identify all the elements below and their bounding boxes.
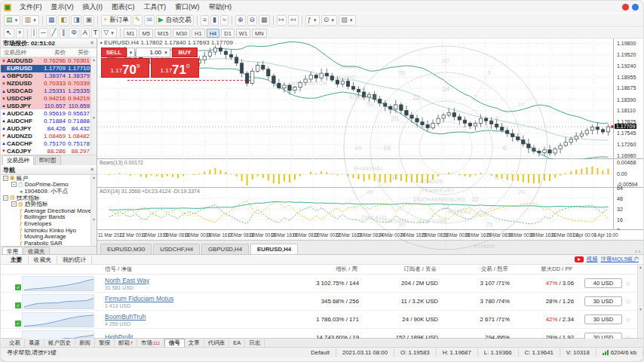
metaeditor-button[interactable]: ✎ xyxy=(133,15,143,26)
chart-tab-eurusd-m30[interactable]: EURUSD,M30 xyxy=(100,244,152,254)
market-watch-scrollbar[interactable]: ▲▼ xyxy=(90,57,97,155)
terminal-button[interactable]: ▣ xyxy=(83,15,94,26)
tree-item[interactable]: −▣账户 xyxy=(1,175,97,182)
vertical-line-button[interactable]: | xyxy=(31,28,37,38)
toolbox-tab-0[interactable]: 交易 xyxy=(5,339,25,347)
crosshair-button[interactable]: + xyxy=(16,28,24,38)
timeframe-m30[interactable]: M30 xyxy=(173,29,190,38)
autotrading-button[interactable]: ▶自动交易 xyxy=(156,15,194,26)
bar-chart-button[interactable]: ≡ xyxy=(201,15,209,26)
toolbox-tab-8[interactable]: 文章 xyxy=(185,339,204,347)
market-watch-tab-1[interactable]: 即时图 xyxy=(35,155,61,165)
tree-item[interactable]: ƒIchimoku Kinko Hyo xyxy=(1,227,97,234)
text-button[interactable]: A xyxy=(81,28,90,38)
signal-name-link[interactable]: North East Way xyxy=(105,277,276,284)
signals-scrollbar[interactable]: ▲▼ xyxy=(637,265,643,338)
fibonacci-button[interactable]: Φ xyxy=(69,28,78,38)
tree-item[interactable]: ●1904609: 小不点 xyxy=(1,188,97,195)
col-bid[interactable]: 卖价 xyxy=(38,49,66,57)
blue-community-icon[interactable] xyxy=(632,4,639,11)
toolbox-tab-11[interactable]: 日志 xyxy=(245,339,265,347)
line-chart-button[interactable]: ≈ xyxy=(220,15,228,26)
timeframe-d1[interactable]: D1 xyxy=(221,29,235,38)
timeframe-m15[interactable]: M15 xyxy=(155,29,172,38)
market-watch-row-audcad[interactable]: ▲AUDCAD0.956190.95637 xyxy=(1,109,97,117)
chart-tabs-scroll-icons[interactable]: ‹ › xyxy=(635,249,640,254)
chart-tab-usdchf-h4[interactable]: USDCHF,H4 xyxy=(153,244,200,254)
toolbox-tab-7[interactable]: 信号 xyxy=(164,339,185,347)
signal-row[interactable]: ✓BoomBuhTruh4 259 USD1 786.03% / 17124 /… xyxy=(1,311,643,329)
market-watch-tab-0[interactable]: 交易品种 xyxy=(2,155,34,165)
horizontal-line-button[interactable]: ─ xyxy=(38,28,48,38)
signals-tab-2[interactable]: 我的统计 xyxy=(57,256,92,264)
label-button[interactable]: T xyxy=(91,28,100,38)
navigator-scrollbar[interactable]: ▲▼ xyxy=(90,175,97,246)
market-watch-row-usdchf[interactable]: ▼USDCHF0.942160.94219 xyxy=(1,95,97,103)
signal-price-button[interactable]: 30 USD xyxy=(584,314,622,324)
adx-lines-chart[interactable] xyxy=(97,188,615,230)
profiles-button[interactable]: ▥▼ xyxy=(22,15,38,26)
shapes-button[interactable]: ▽▼ xyxy=(101,28,117,38)
timeframe-h4[interactable]: H4 xyxy=(207,29,220,38)
toolbox-tab-2[interactable]: 账户历史 xyxy=(44,339,75,347)
signals-tab-0[interactable]: 主要 xyxy=(5,256,29,264)
tree-item[interactable]: ƒEnvelopes xyxy=(1,220,97,227)
tree-item[interactable]: ƒAverage Directional Move xyxy=(1,207,97,214)
tree-item[interactable]: −▨趋势指标 xyxy=(1,201,97,207)
data-window-button[interactable]: ◧ xyxy=(58,15,69,26)
market-watch-row-audchf[interactable]: ▲AUDCHF0.718840.71888 xyxy=(1,117,97,124)
market-watch-row-cadjpy[interactable]: ▼CADJPY88.28688.297 xyxy=(1,147,97,155)
zoom-out-button[interactable]: ⊖ xyxy=(247,15,258,26)
toolbox-tab-10[interactable]: EA xyxy=(229,339,245,347)
periods-button[interactable]: ⊙▼ xyxy=(321,15,338,26)
signal-price-button[interactable]: 30 USD xyxy=(584,333,622,339)
signal-name-link[interactable]: HighProfit xyxy=(105,333,276,339)
channel-button[interactable]: ∥ xyxy=(60,28,68,38)
menu-view[interactable]: 显示(V) xyxy=(47,2,78,11)
favorite-star-icon[interactable]: ☆ xyxy=(622,280,634,287)
col-growth[interactable]: 增长 / 周 xyxy=(274,265,357,273)
signal-row[interactable]: ✓Firmum Fiduciam Motus1 413 USD345.68% /… xyxy=(1,293,643,311)
menu-help[interactable]: 帮助(H) xyxy=(204,2,237,11)
new-chart-button[interactable]: ▤▼ xyxy=(4,15,20,26)
toolbox-tab-6[interactable]: 市场112 xyxy=(137,339,164,347)
market-watch-row-audjpy[interactable]: ▲AUDJPY84.42684.432 xyxy=(1,124,97,132)
sell-dropdown-icon[interactable]: ▼ xyxy=(127,48,135,57)
video-link[interactable]: 视频 xyxy=(587,256,598,263)
collapse-icon[interactable]: − xyxy=(11,201,17,207)
market-watch-row-usdcad[interactable]: ▲USDCAD1.253311.25335 xyxy=(1,87,97,95)
tree-item[interactable]: ƒMoving Average xyxy=(1,233,97,240)
signal-price-button[interactable]: 30 USD xyxy=(584,296,622,306)
timeframe-mn[interactable]: MN xyxy=(252,29,267,38)
market-watch-row-eurusd[interactable]: ▼EURUSD1.177091.17710 xyxy=(1,65,97,72)
indicators-button[interactable]: ƒ▼ xyxy=(305,15,320,26)
market-watch-row-audnzd[interactable]: ▼AUDNZD1.084691.08482 xyxy=(1,132,97,140)
tree-item[interactable]: ƒBollinger Bands xyxy=(1,214,97,221)
market-watch-button[interactable]: ▦ xyxy=(46,15,57,26)
menu-insert[interactable]: 插入(I) xyxy=(78,2,108,11)
chart-tab-eurusd-h4[interactable]: EURUSD,H4 xyxy=(250,244,298,254)
buy-price-panel[interactable]: 1.17710 xyxy=(151,58,199,78)
market-watch-row-usdjpy[interactable]: ▲USDJPY110.657110.659 xyxy=(1,103,97,110)
market-watch-row-audusd[interactable]: ▼AUDUSD0.762960.76301 xyxy=(1,57,97,65)
bears-power-histogram[interactable] xyxy=(97,159,615,188)
red-notification-icon[interactable] xyxy=(622,4,629,11)
sell-button[interactable]: SELL xyxy=(101,48,127,57)
new-order-button[interactable]: +新订单 xyxy=(101,15,131,26)
favorite-star-icon[interactable]: ☆ xyxy=(622,334,634,339)
favorite-star-icon[interactable]: ☆ xyxy=(622,298,634,305)
community-button[interactable]: ✉ xyxy=(144,15,155,26)
candlestick-chart-button[interactable]: ▮ xyxy=(210,15,219,26)
signal-name-link[interactable]: Firmum Fiduciam Motus xyxy=(105,295,276,302)
col-signal-equity[interactable]: 信号 / 净值 xyxy=(105,265,274,273)
col-symbol[interactable]: 交易品种 xyxy=(1,49,38,57)
menu-charts[interactable]: 图表(C) xyxy=(107,2,140,11)
timeframe-m5[interactable]: M5 xyxy=(139,29,152,38)
collapse-icon[interactable]: − xyxy=(3,176,8,181)
signals-tab-1[interactable]: 收藏夹 xyxy=(29,256,57,264)
signal-row[interactable]: ✓North East Way31 581 USD3 102.75% / 144… xyxy=(1,275,643,293)
col-maxdd-pf[interactable]: 最大DD / PF xyxy=(508,265,572,273)
timeframe-w1[interactable]: W1 xyxy=(236,29,250,38)
collapse-icon[interactable]: − xyxy=(3,195,8,201)
market-watch-row-nzdusd[interactable]: ▼NZDUSD0.703330.70339 xyxy=(1,80,97,87)
